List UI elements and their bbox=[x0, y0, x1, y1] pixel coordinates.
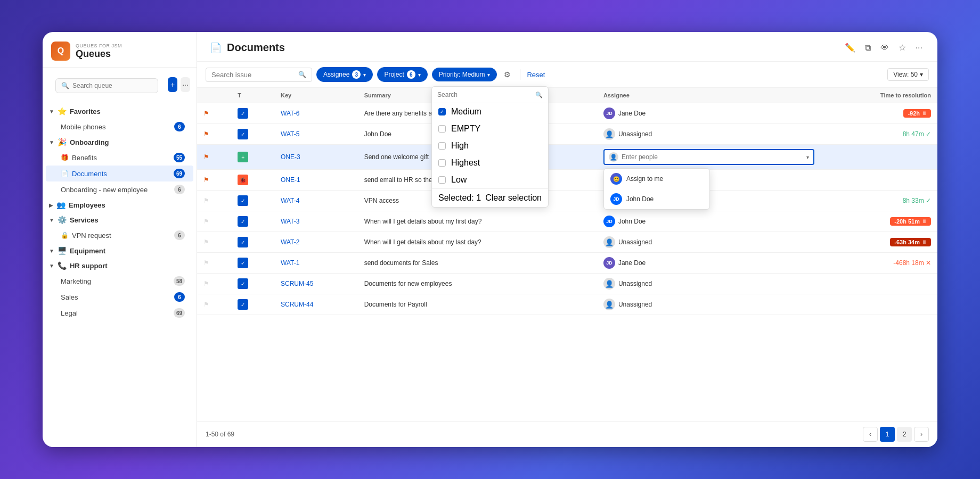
reset-button[interactable]: Reset bbox=[527, 71, 545, 79]
sidebar-section-onboarding[interactable]: ▼ 🎉 Onboarding bbox=[43, 135, 197, 150]
row-key[interactable]: WAT-6 bbox=[274, 103, 358, 124]
table-row: ⚑ ✓ WAT-5 John Doe 👤 Unassigned 8h 47m ✓ bbox=[197, 124, 937, 145]
time-badge-dark: -63h 34m ⏸ bbox=[890, 238, 931, 246]
row-key[interactable]: WAT-2 bbox=[274, 232, 358, 253]
star-button[interactable]: ☆ bbox=[896, 40, 908, 55]
row-type: ✓ bbox=[231, 274, 274, 294]
page-1-button[interactable]: 1 bbox=[880, 427, 895, 442]
highest-checkbox bbox=[438, 159, 446, 167]
assignee-filter-button[interactable]: Assignee 3 ▾ bbox=[316, 67, 373, 82]
sidebar-title-block: QUEUES FOR JSM Queues bbox=[76, 43, 188, 60]
favorites-icon: ⭐ bbox=[58, 107, 67, 115]
vpn-label: VPN request bbox=[72, 232, 174, 240]
priority-option-high[interactable]: High bbox=[432, 137, 548, 154]
view-selector[interactable]: View: 50 ▾ bbox=[887, 68, 929, 81]
row-key[interactable]: WAT-1 bbox=[274, 253, 358, 274]
assignee-avatar-unassigned: 👤 bbox=[603, 128, 615, 140]
sidebar-item-legal[interactable]: Legal 69 bbox=[46, 305, 193, 321]
flag-icon: ⚑ bbox=[203, 130, 209, 138]
sidebar-item-sales[interactable]: Sales 6 bbox=[46, 289, 193, 305]
priority-dropdown-search[interactable] bbox=[437, 91, 532, 98]
row-assignee: 👤 Unassigned bbox=[597, 294, 821, 315]
flag-icon: ⚑ bbox=[203, 176, 209, 184]
sidebar-item-documents[interactable]: 📄 Documents 69 bbox=[46, 166, 193, 181]
employees-label: Employees bbox=[69, 201, 105, 209]
time-badge: -92h ⏸ bbox=[903, 109, 931, 118]
project-filter-button[interactable]: Project 6 ▾ bbox=[377, 67, 427, 82]
type-bug-icon: 🐞 bbox=[238, 175, 248, 185]
table-row: ⚑ ✓ WAT-4 VPN access JD John Doe 8h 33m … bbox=[197, 191, 937, 211]
type-story-icon: + bbox=[238, 152, 248, 162]
edit-button[interactable]: ✏️ bbox=[843, 40, 858, 55]
sidebar-section-equipment[interactable]: ▼ 🖥️ Equipment bbox=[43, 243, 197, 258]
priority-dropdown: 🔍 ✓ Medium EMPTY High bbox=[431, 86, 549, 208]
priority-option-medium[interactable]: ✓ Medium bbox=[432, 103, 548, 120]
sidebar-section-employees[interactable]: ▶ 👥 Employees bbox=[43, 197, 197, 212]
add-queue-button[interactable]: + bbox=[168, 77, 177, 92]
benefits-badge: 55 bbox=[174, 153, 185, 162]
header-actions: ✏️ ⧉ 👁 ☆ ··· bbox=[843, 40, 925, 55]
page-2-button[interactable]: 2 bbox=[897, 427, 912, 442]
row-key[interactable]: SCRUM-44 bbox=[274, 294, 358, 315]
priority-option-empty[interactable]: EMPTY bbox=[432, 120, 548, 137]
row-assignee: 👤 Unassigned bbox=[597, 274, 821, 294]
row-summary: When will I get details about my last da… bbox=[358, 232, 597, 253]
row-assignee: 👤 Unassigned bbox=[597, 232, 821, 253]
sidebar-section-favorites[interactable]: ▼ ⭐ Favorites bbox=[43, 104, 197, 119]
flag-icon: ⚑ bbox=[203, 110, 209, 117]
row-key[interactable]: WAT-3 bbox=[274, 211, 358, 232]
filter-icon-button[interactable]: ⚙ bbox=[501, 68, 513, 81]
equipment-icon: 🖥️ bbox=[58, 246, 67, 255]
assignee-cell: 👤 Unassigned bbox=[603, 278, 814, 290]
prev-page-button[interactable]: ‹ bbox=[863, 427, 878, 442]
main-window: Q QUEUES FOR JSM Queues 🔍 + ··· ▼ ⭐ Favo… bbox=[43, 32, 937, 447]
row-key[interactable]: ONE-3 bbox=[274, 145, 358, 170]
next-page-button[interactable]: › bbox=[914, 427, 929, 442]
row-time bbox=[821, 274, 937, 294]
row-summary: Documents for new employees bbox=[358, 274, 597, 294]
table-row: ⚑ ✓ SCRUM-44 Documents for Payroll 👤 Una… bbox=[197, 294, 937, 315]
john-doe-option[interactable]: JD John Doe bbox=[604, 189, 709, 209]
row-key[interactable]: WAT-5 bbox=[274, 124, 358, 145]
row-summary: send documents for Sales bbox=[358, 253, 597, 274]
eye-button[interactable]: 👁 bbox=[878, 41, 891, 55]
highest-label: Highest bbox=[451, 158, 480, 168]
hr-label: HR support bbox=[70, 262, 108, 270]
row-time bbox=[821, 145, 937, 170]
assignee-filter-badge: 3 bbox=[352, 70, 361, 79]
priority-filter-button[interactable]: Priority: Medium ▾ bbox=[432, 68, 497, 81]
search-issue-input[interactable] bbox=[211, 71, 295, 79]
priority-option-highest[interactable]: Highest bbox=[432, 154, 548, 171]
sidebar-item-vpn-request[interactable]: 🔒 VPN request 6 bbox=[46, 227, 193, 243]
more-button[interactable]: ··· bbox=[913, 41, 925, 55]
more-options-button[interactable]: ··· bbox=[181, 77, 190, 92]
sidebar-section-services[interactable]: ▼ ⚙️ Services bbox=[43, 212, 197, 227]
main-header: 📄 Documents ✏️ ⧉ 👁 ☆ ··· bbox=[197, 32, 937, 62]
assign-to-me-option[interactable]: 😊 Assign to me bbox=[604, 169, 709, 189]
enter-people-input[interactable] bbox=[622, 153, 803, 161]
assignee-cell: 👤 Unassigned bbox=[603, 128, 814, 140]
pause-icon: ⏸ bbox=[922, 219, 927, 224]
row-key[interactable]: ONE-1 bbox=[274, 170, 358, 191]
col-flag-header bbox=[197, 88, 231, 103]
vpn-icon: 🔒 bbox=[61, 232, 69, 239]
dropdown-search-wrapper: 🔍 bbox=[432, 87, 548, 103]
copy-button[interactable]: ⧉ bbox=[863, 41, 873, 55]
row-flag: ⚑ bbox=[197, 274, 231, 294]
sidebar-item-onboarding-new[interactable]: Onboarding - new employee 6 bbox=[46, 181, 193, 197]
sidebar-item-marketing[interactable]: Marketing 58 bbox=[46, 273, 193, 289]
clear-selection-button[interactable]: Clear selection bbox=[485, 193, 542, 203]
sidebar-section-hr-support[interactable]: ▼ 📞 HR support bbox=[43, 258, 197, 273]
assignee-cell: JD Jane Doe bbox=[603, 257, 814, 269]
search-queue-input[interactable] bbox=[72, 82, 152, 89]
footer-count: 1-50 of 69 bbox=[206, 431, 863, 438]
row-key[interactable]: SCRUM-45 bbox=[274, 274, 358, 294]
flag-icon: ⚑ bbox=[203, 153, 209, 161]
row-type: ✓ bbox=[231, 232, 274, 253]
sidebar-header: Q QUEUES FOR JSM Queues bbox=[43, 32, 197, 68]
priority-option-low[interactable]: Low bbox=[432, 171, 548, 188]
sidebar-item-mobile-phones[interactable]: Mobile phones 6 bbox=[46, 119, 193, 135]
sidebar-item-benefits[interactable]: 🎁 Benefits 55 bbox=[46, 150, 193, 166]
row-key[interactable]: WAT-4 bbox=[274, 191, 358, 211]
assignee-cell: 👤 Unassigned bbox=[603, 299, 814, 310]
